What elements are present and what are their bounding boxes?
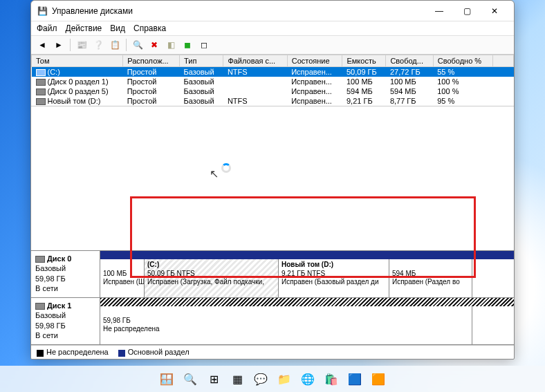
cursor-with-spinner: ↖ xyxy=(210,167,219,180)
explorer-icon[interactable]: 📁 xyxy=(275,369,294,389)
forward-button[interactable]: ► xyxy=(52,38,66,52)
extra-icon[interactable]: ◻ xyxy=(197,38,211,52)
loading-ring-icon xyxy=(221,163,231,173)
volume-table: Том Располож... Тип Файловая с... Состоя… xyxy=(31,55,514,106)
taskbar[interactable]: 🪟 🔍 ⊞ ▦ 💬 📁 🌐 🛍️ 🟦 🟧 xyxy=(0,366,545,392)
col-type[interactable]: Тип xyxy=(180,55,223,67)
disk-management-window: 💾 Управление дисками — ▢ ✕ Файл Действие… xyxy=(30,0,515,360)
store-icon[interactable]: 🛍️ xyxy=(322,369,341,389)
delete-icon[interactable]: ✖ xyxy=(147,38,161,52)
volume-table-container: Том Располож... Тип Файловая с... Состоя… xyxy=(31,55,514,106)
disk-partitions: 100 МБИсправен (Ши(C:)50,09 ГБ NTFSИспра… xyxy=(100,251,514,297)
menu-action[interactable]: Действие xyxy=(66,24,102,33)
volume-icon xyxy=(36,88,46,95)
close-button[interactable]: ✕ xyxy=(481,1,508,21)
volume-icon xyxy=(36,79,46,86)
rescan-icon[interactable]: 🔍 xyxy=(131,38,145,52)
titlebar[interactable]: 💾 Управление дисками — ▢ ✕ xyxy=(31,1,514,21)
search-icon[interactable]: 🔍 xyxy=(181,369,200,389)
disk-graphical-panel: Диск 0Базовый59,98 ГБВ сети 100 МБИсправ… xyxy=(31,250,514,345)
table-header-row: Том Располож... Тип Файловая с... Состоя… xyxy=(32,55,514,67)
maximize-button[interactable]: ▢ xyxy=(453,1,481,21)
disk-color-bar xyxy=(100,298,514,306)
table-row[interactable]: (C:)ПростойБазовыйNTFSИсправен...50,09 Г… xyxy=(32,67,514,77)
col-volume[interactable]: Том xyxy=(32,55,123,67)
menu-view[interactable]: Вид xyxy=(110,24,125,33)
col-capacity[interactable]: Емкость xyxy=(342,55,386,67)
table-row[interactable]: (Диск 0 раздел 1)ПростойБазовыйИсправен.… xyxy=(32,77,514,86)
start-button[interactable]: 🪟 xyxy=(157,369,176,389)
taskview-icon[interactable]: ⊞ xyxy=(204,369,223,389)
col-freepct[interactable]: Свободно % xyxy=(433,55,492,67)
app-icon: 💾 xyxy=(37,6,48,17)
window-title: Управление дисками xyxy=(52,6,425,16)
legend-primary: Основной раздел xyxy=(118,348,190,356)
col-status[interactable]: Состояние xyxy=(287,55,342,67)
table-row[interactable]: Новый том (D:)ПростойБазовыйNTFSИсправен… xyxy=(32,96,514,106)
settings-icon[interactable]: 📋 xyxy=(108,38,122,52)
disk-partitions: 59,98 ГБНе распределена xyxy=(100,298,514,344)
disk-label[interactable]: Диск 0Базовый59,98 ГБВ сети xyxy=(31,251,100,297)
col-fs[interactable]: Файловая с... xyxy=(223,55,287,67)
edge-icon[interactable]: 🌐 xyxy=(298,369,317,389)
col-free[interactable]: Свобод... xyxy=(386,55,433,67)
menu-help[interactable]: Справка xyxy=(133,24,166,33)
disk-icon xyxy=(35,303,45,310)
menu-file[interactable]: Файл xyxy=(37,24,57,33)
back-button[interactable]: ◄ xyxy=(35,38,49,52)
app-icon-2[interactable]: 🟧 xyxy=(369,369,388,389)
disk-row: Диск 1Базовый59,98 ГБВ сети 59,98 ГБНе р… xyxy=(31,298,514,345)
disk-color-bar xyxy=(100,251,514,259)
help-icon[interactable]: ❔ xyxy=(91,38,105,52)
middle-space: ↖ xyxy=(31,106,514,250)
chat-icon[interactable]: 💬 xyxy=(251,369,270,389)
legend: Не распределена Основной раздел xyxy=(31,345,514,359)
volume-icon xyxy=(36,69,46,76)
legend-unallocated: Не распределена xyxy=(37,348,109,356)
action-icon[interactable]: ◼ xyxy=(181,38,194,52)
toolbar: ◄ ► 📰 ❔ 📋 🔍 ✖ ◧ ◼ ◻ xyxy=(31,35,514,55)
menubar: Файл Действие Вид Справка xyxy=(31,21,514,35)
app-icon-1[interactable]: 🟦 xyxy=(345,369,364,389)
widgets-icon[interactable]: ▦ xyxy=(228,369,247,389)
volume-icon xyxy=(36,98,46,105)
disk-row: Диск 0Базовый59,98 ГБВ сети 100 МБИсправ… xyxy=(31,251,514,298)
table-row[interactable]: (Диск 0 раздел 5)ПростойБазовыйИсправен.… xyxy=(32,86,514,96)
minimize-button[interactable]: — xyxy=(425,1,453,21)
disk-label[interactable]: Диск 1Базовый59,98 ГБВ сети xyxy=(31,298,100,344)
col-layout[interactable]: Располож... xyxy=(123,55,180,67)
refresh-icon[interactable]: 📰 xyxy=(75,38,89,52)
properties-icon[interactable]: ◧ xyxy=(164,38,178,52)
disk-icon xyxy=(35,256,45,263)
